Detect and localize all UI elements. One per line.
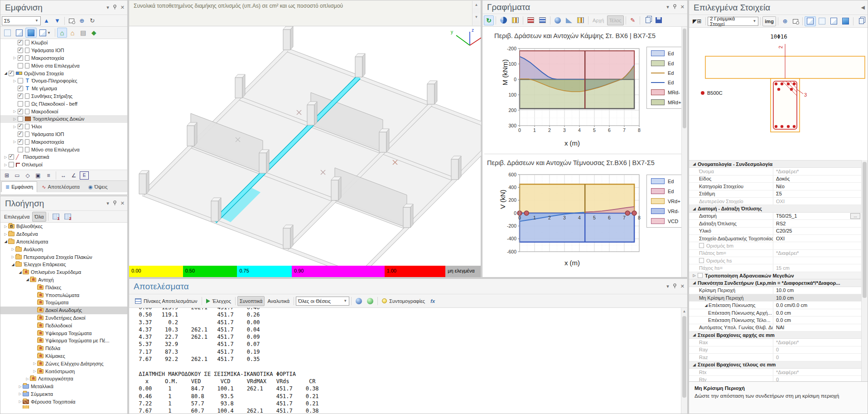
- close-icon[interactable]: ✕: [680, 283, 685, 289]
- tree-item[interactable]: Πλάκες: [0, 283, 127, 291]
- edit-chart-button[interactable]: ✎: [628, 15, 638, 25]
- tree-item[interactable]: ▷Σύμμεικτα: [0, 390, 127, 398]
- checkbox[interactable]: [699, 258, 704, 263]
- show-slabs-button[interactable]: ▤: [78, 28, 88, 38]
- viewport-canvas[interactable]: zyx: [129, 26, 481, 266]
- property-row[interactable]: Δευτερεύον ΣτοιχείοΟΧΙ: [689, 198, 862, 205]
- pin-icon[interactable]: [113, 5, 117, 10]
- selection-summary-select[interactable]: 2 Γραμμικά Στοιχεί▼: [708, 17, 758, 26]
- rotate-view-button[interactable]: ↻: [87, 16, 97, 26]
- select-add-button[interactable]: ⊞: [2, 171, 11, 180]
- tree-item[interactable]: ◢Αποτελέσματα: [0, 238, 127, 246]
- tree-item[interactable]: Υφάσματα ΙΟΠ: [0, 131, 127, 138]
- charts-menu-icon[interactable]: ▾: [666, 4, 669, 10]
- histogram-button[interactable]: [575, 15, 586, 25]
- tree-item[interactable]: ▷Λειτουργικότητα: [0, 375, 127, 383]
- area-chart-button[interactable]: [564, 15, 574, 25]
- pan-button[interactable]: ⊕: [77, 16, 87, 26]
- tree-item[interactable]: ▷Μακροδοκοί: [0, 107, 127, 115]
- tab-results[interactable]: ∿ Αποτελέσματα: [38, 181, 84, 192]
- checkbox[interactable]: [18, 48, 23, 53]
- tab-display[interactable]: ≣ Εμφάνιση: [1, 181, 37, 192]
- pan-section-button[interactable]: ⊕: [780, 16, 790, 26]
- splitter[interactable]: [128, 0, 129, 414]
- collapse-icon[interactable]: ◀: [861, 5, 865, 10]
- viewport-text-scrollbar[interactable]: ▲ ▼: [472, 1, 480, 25]
- multi-chart-button[interactable]: [510, 15, 521, 25]
- checkbox[interactable]: [18, 124, 23, 129]
- sphere-blue-button[interactable]: [353, 296, 364, 306]
- checkbox[interactable]: [18, 93, 23, 99]
- scrollbar-thumb[interactable]: [683, 29, 686, 128]
- checkbox[interactable]: [698, 273, 703, 278]
- scrollbar-thumb[interactable]: [863, 162, 867, 298]
- refresh-charts-button[interactable]: ↻: [484, 15, 494, 25]
- level-up-button[interactable]: ▲: [41, 16, 52, 26]
- property-group-header[interactable]: ◢Ονοματολογία - Συνδεσμολογία: [689, 161, 862, 168]
- close-icon[interactable]: ✕: [121, 5, 125, 10]
- dimension-button[interactable]: ↔: [59, 171, 68, 180]
- sphere-green-button[interactable]: [365, 296, 376, 306]
- angle-button[interactable]: ∠: [69, 171, 78, 180]
- tree-item[interactable]: ▷Μακροστοιχεία: [0, 54, 127, 62]
- tree-item[interactable]: ▷Δεδομένα: [0, 230, 127, 238]
- checkbox[interactable]: [18, 40, 23, 45]
- abbreviations-button[interactable]: Συντομογραφίες: [380, 296, 427, 306]
- property-row[interactable]: Κατηγορία ΣτοιχείουΝέο: [689, 183, 862, 190]
- scroll-up-icon[interactable]: ▲: [681, 308, 687, 315]
- scrollbar-thumb[interactable]: [682, 316, 686, 398]
- tree-item[interactable]: ▷Οπλισμοί: [0, 161, 127, 169]
- tree-item[interactable]: ◢Αντοχή: [0, 276, 127, 284]
- tree-item[interactable]: ▷Μακροστοιχεία: [0, 138, 127, 146]
- select-polygon-button[interactable]: ◇: [23, 171, 32, 180]
- tree-item[interactable]: Υψίκορμα Τοιχώματα με Πέ...: [0, 337, 127, 345]
- checkbox[interactable]: [18, 101, 23, 107]
- tree-item[interactable]: ▷Τοιχοπληρώσεις Δοκών: [0, 115, 127, 123]
- tree-item[interactable]: Μόνο στα Επιλεγμένα: [0, 62, 127, 69]
- render-ghost-button[interactable]: [2, 28, 13, 38]
- element-info-button[interactable]: Ε: [80, 171, 89, 180]
- property-row[interactable]: ΣτάθμηΣ5: [689, 190, 862, 198]
- view-solid-button[interactable]: [840, 16, 851, 26]
- view-edges-button[interactable]: [828, 16, 839, 26]
- properties-scrollbar[interactable]: [861, 160, 868, 381]
- zoom-section-button[interactable]: [791, 16, 800, 26]
- select-window-button[interactable]: ▭: [13, 171, 22, 180]
- splitter[interactable]: [688, 0, 689, 414]
- property-row[interactable]: Όνομα*Διαφέρει*: [689, 168, 862, 175]
- bars-red-button[interactable]: [525, 15, 536, 25]
- render-solid-button[interactable]: [25, 28, 37, 38]
- results-body[interactable]: 0.00 123.9 262.1 451.7 0.40 0.50 119.1 4…: [129, 308, 687, 414]
- view-wire-button[interactable]: [805, 16, 816, 26]
- property-row[interactable]: Αυτόματος Υπολ. Γωνίας Θλιβ. Δι...ΝΑΙ: [689, 324, 862, 331]
- checkbox[interactable]: [18, 116, 23, 122]
- property-row[interactable]: Επέκταση Πύκνωσης Τέλο...0.0 cm: [689, 317, 862, 324]
- tree-item[interactable]: ▷Πεπερασμένα Στοιχεία Πλακών: [0, 253, 127, 261]
- splitter[interactable]: [129, 278, 688, 278]
- tree-item[interactable]: ◢Οπλισμένο Σκυρόδεμα: [0, 268, 127, 276]
- property-row[interactable]: Ray0: [689, 346, 862, 354]
- property-row[interactable]: Μη Κρίσιμη Περιοχή10.0 cm: [689, 294, 862, 302]
- tree-item[interactable]: Ως Πλακοδοκοί - beff: [0, 100, 127, 107]
- property-group-header[interactable]: ▷Τροποποίηση Αδρανειακών Μεγεθών: [689, 272, 862, 279]
- tree-item[interactable]: ▷Κοιτόστρωση: [0, 367, 127, 375]
- checkbox[interactable]: [18, 132, 23, 137]
- property-row[interactable]: Κρίσιμη Περιοχή10.0 cm: [689, 287, 862, 294]
- pin-icon[interactable]: [673, 4, 677, 10]
- checkbox[interactable]: [9, 71, 14, 76]
- image-export-button[interactable]: img: [762, 16, 776, 26]
- property-row[interactable]: Rax*Διαφέρει*: [689, 339, 862, 346]
- tree-item[interactable]: ▷TΌνομα-Πληροφορίες: [0, 77, 127, 85]
- result-tables-button[interactable]: Πίνακες Αποτελεσμάτων: [133, 296, 200, 306]
- tree-item[interactable]: ▷Ήλοι: [0, 123, 127, 131]
- tree-item[interactable]: Συνδετήριες Δοκοί: [0, 314, 127, 322]
- tree-item[interactable]: Υποστυλώματα: [0, 291, 127, 299]
- close-icon[interactable]: ✕: [121, 200, 125, 206]
- close-icon[interactable]: ✕: [680, 4, 685, 10]
- tree-item[interactable]: Πεδιλοδοκοί: [0, 321, 127, 329]
- property-row[interactable]: Ορισμός bm: [689, 242, 862, 249]
- property-row[interactable]: Επέκταση Πύκνωσης Αρχή...0.0 cm: [689, 309, 862, 317]
- checkbox[interactable]: [9, 162, 14, 167]
- tree-item[interactable]: Μόνο στα Επιλεγμένα: [0, 146, 127, 153]
- show-frame-button[interactable]: ⌂: [57, 28, 67, 38]
